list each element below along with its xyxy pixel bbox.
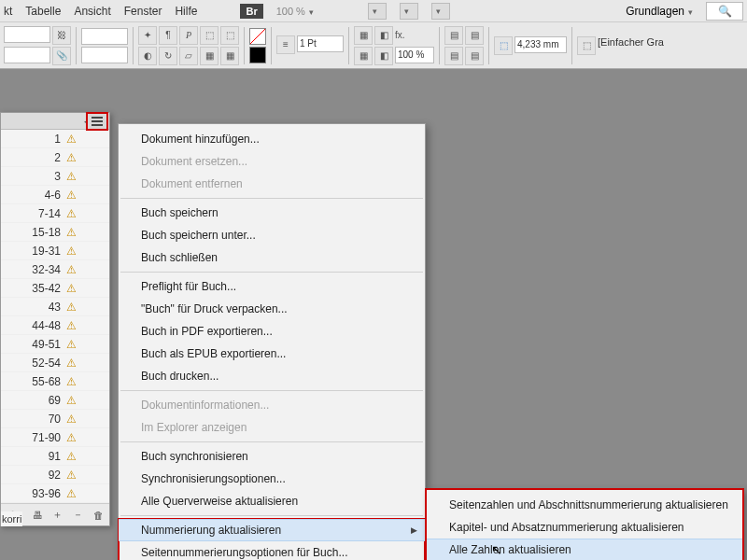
rotate-icon[interactable]: ↻	[159, 47, 177, 65]
wrap-icon[interactable]: ▤	[444, 26, 463, 45]
menu-hilfe[interactable]: Hilfe	[175, 5, 197, 18]
x-field[interactable]	[4, 26, 50, 43]
page-range: 15-18	[32, 226, 61, 239]
workspace-switcher[interactable]: Grundlagen	[626, 5, 693, 18]
grid2-icon[interactable]: ▦	[220, 47, 239, 65]
reflect-icon[interactable]: ◐	[138, 47, 157, 65]
corner-icon[interactable]: ⬚	[577, 36, 596, 55]
menu-book-save[interactable]: Buch speichern	[119, 202, 425, 224]
h-field[interactable]	[81, 47, 128, 63]
page-row[interactable]: 93-96⚠	[1, 484, 109, 503]
snap-field[interactable]	[514, 36, 567, 53]
add-icon[interactable]: ＋	[50, 508, 65, 523]
wrap4-icon[interactable]: ▤	[465, 47, 484, 65]
page-row[interactable]: 43⚠	[1, 298, 109, 316]
wrap3-icon[interactable]: ▤	[444, 47, 463, 65]
bridge-badge[interactable]: Br	[240, 4, 262, 19]
graphic-style-label[interactable]: [Einfacher Gra	[598, 36, 664, 55]
page-row[interactable]: 55-68⚠	[1, 372, 109, 391]
menu-export-epub[interactable]: Buch als EPUB exportieren...	[119, 343, 425, 365]
page-range: 43	[33, 301, 61, 314]
search-input[interactable]: 🔍	[706, 2, 743, 21]
menu-export-pdf[interactable]: Buch in PDF exportieren...	[119, 320, 425, 343]
menu-doc-add[interactable]: Dokument hinzufügen...	[119, 128, 425, 150]
page-row[interactable]: 52-54⚠	[1, 354, 109, 372]
page-row[interactable]: 1⚠	[1, 130, 109, 148]
y-field[interactable]	[4, 47, 50, 63]
panel-menu-button[interactable]	[86, 112, 108, 131]
page-range: 3	[33, 170, 61, 183]
page-row[interactable]: 3⚠	[1, 167, 109, 186]
anchor-icon[interactable]: ✦	[138, 26, 157, 45]
page-row[interactable]: 2⚠	[1, 148, 109, 167]
warning-icon: ⚠	[66, 207, 79, 220]
page-row[interactable]: 44-48⚠	[1, 316, 109, 335]
wrap2-icon[interactable]: ▤	[465, 26, 484, 45]
warning-icon: ⚠	[66, 431, 79, 444]
blend-icon[interactable]: ▦	[354, 47, 373, 65]
page-row[interactable]: 71-90⚠	[1, 428, 109, 447]
page-range: 69	[33, 394, 61, 407]
link-icon[interactable]: ⛓	[52, 26, 71, 45]
page-row[interactable]: 49-51⚠	[1, 335, 109, 354]
menu-preflight[interactable]: Preflight für Buch...	[119, 275, 425, 298]
page-range: 44-48	[32, 319, 61, 332]
warning-icon: ⚠	[66, 189, 79, 202]
opacity-field[interactable]	[395, 47, 434, 63]
layer-icon[interactable]: ◧	[374, 47, 393, 65]
align-icon[interactable]: ⬚	[200, 26, 218, 45]
stroke-style-icon[interactable]: ≡	[276, 35, 295, 54]
page-range: 7-14	[33, 207, 61, 220]
fx-icon[interactable]: ▦	[354, 26, 373, 45]
stroke-swatch[interactable]	[249, 47, 266, 63]
p-icon[interactable]: P	[179, 26, 198, 45]
page-row[interactable]: 91⚠	[1, 447, 109, 466]
page-row[interactable]: 19-31⚠	[1, 242, 109, 260]
hamburger-icon	[92, 120, 103, 122]
view-mode-icon[interactable]	[368, 3, 387, 20]
menu-sync[interactable]: Buch synchronisieren	[119, 445, 425, 468]
page-row[interactable]: 35-42⚠	[1, 279, 109, 298]
print-icon[interactable]: 🖶	[31, 508, 46, 523]
arrange-icon[interactable]	[431, 3, 450, 20]
menu-numbering[interactable]: Nummerierung aktualisieren	[119, 519, 425, 541]
submenu-page-section[interactable]: Seitenzahlen und Abschnittsnummerierung …	[427, 494, 742, 516]
warning-icon: ⚠	[66, 226, 79, 239]
opacity-icon[interactable]: ◧	[374, 26, 393, 45]
page-row[interactable]: 92⚠	[1, 466, 109, 484]
page-row[interactable]: 7-14⚠	[1, 204, 109, 223]
menu-xref[interactable]: Alle Querverweise aktualisieren	[119, 490, 425, 512]
page-row[interactable]: 15-18⚠	[1, 223, 109, 242]
menu-ansicht[interactable]: Ansicht	[74, 5, 110, 18]
grid-icon[interactable]: ▦	[200, 47, 218, 65]
screen-mode-icon[interactable]	[400, 3, 418, 20]
page-row[interactable]: 32-34⚠	[1, 260, 109, 279]
para-icon[interactable]: ¶	[159, 26, 177, 45]
shear-icon[interactable]: ▱	[179, 47, 198, 65]
submenu-all-nums[interactable]: Alle Zahlen aktualisieren	[427, 539, 742, 560]
page-row[interactable]: 69⚠	[1, 391, 109, 410]
trash-icon[interactable]: 🗑	[91, 508, 106, 523]
menu-package[interactable]: "Buch" für Druck verpacken...	[119, 298, 425, 320]
clip-icon[interactable]: 📎	[52, 47, 71, 65]
menu-print[interactable]: Buch drucken...	[119, 365, 425, 387]
remove-icon[interactable]: －	[71, 508, 86, 523]
submenu-chapter-para[interactable]: Kapitel- und Absatznummerierung aktualis…	[427, 516, 742, 539]
menu-page-num-opts[interactable]: Seitennummerierungsoptionen für Buch...	[119, 541, 425, 560]
fill-swatch[interactable]	[249, 28, 266, 45]
zoom-level[interactable]: 100 %	[276, 6, 314, 17]
w-field[interactable]	[81, 28, 128, 45]
menu-fenster[interactable]: Fenster	[124, 5, 162, 18]
frame-icon[interactable]: ⬚	[494, 36, 513, 55]
menu-tabelle[interactable]: Tabelle	[25, 5, 61, 18]
menu-kt[interactable]: kt	[4, 5, 12, 18]
menu-book-close[interactable]: Buch schließen	[119, 246, 425, 269]
menu-sync-opts[interactable]: Synchronisierungsoptionen...	[119, 468, 425, 490]
stroke-weight[interactable]	[297, 35, 344, 52]
page-row[interactable]: 70⚠	[1, 410, 109, 428]
page-row[interactable]: 4-6⚠	[1, 186, 109, 204]
menu-book-save-as[interactable]: Buch speichern unter...	[119, 224, 425, 246]
page-list: 1⚠2⚠3⚠4-6⚠7-14⚠15-18⚠19-31⚠32-34⚠35-42⚠4…	[1, 130, 109, 503]
page-range: 4-6	[33, 189, 61, 202]
dist-icon[interactable]: ⬚	[220, 26, 239, 45]
